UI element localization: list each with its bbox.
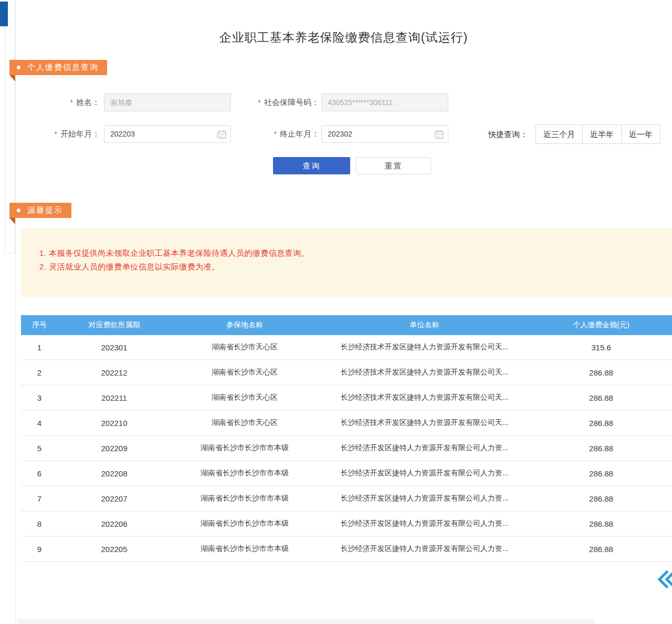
table-row: 8202206湖南省长沙市长沙市市本级长沙经济开发区捷特人力资源开发有限公司人力…	[21, 512, 672, 537]
table-cell: 202301	[58, 343, 171, 352]
table-cell: 7	[21, 494, 58, 503]
table-row: 1202301湖南省长沙市天心区长沙经济技术开发区捷特人力资源开发有限公司天..…	[21, 335, 672, 360]
table-cell: 286.88	[530, 519, 672, 528]
table-cell: 湖南省长沙市天心区	[171, 393, 319, 402]
table-cell: 9	[21, 545, 58, 554]
table-cell: 286.88	[530, 494, 672, 503]
table-cell: 长沙经济开发区捷特人力资源开发有限公司人力资...	[319, 544, 530, 554]
table-cell: 6	[21, 469, 58, 478]
table-cell: 202208	[58, 469, 171, 478]
table-header-cell: 个人缴费金额(元)	[530, 320, 672, 330]
reset-button[interactable]: 重置	[356, 157, 431, 174]
table-row: 9202205湖南省长沙市长沙市市本级长沙经济开发区捷特人力资源开发有限公司人力…	[21, 537, 672, 562]
name-label: *姓名：	[47, 93, 100, 111]
table-cell: 202206	[58, 519, 171, 528]
table-cell: 202209	[58, 444, 171, 453]
table-header-row: 序号对应费款所属期参保地名称单位名称个人缴费金额(元)	[21, 315, 672, 335]
table-row: 7202207湖南省长沙市长沙市市本级长沙经济开发区捷特人力资源开发有限公司人力…	[21, 486, 672, 512]
table-cell: 202207	[58, 494, 171, 503]
table-cell: 202210	[58, 419, 171, 428]
table-cell: 长沙经济技术开发区捷特人力资源开发有限公司天...	[319, 418, 530, 428]
table-cell: 长沙经济开发区捷特人力资源开发有限公司人力资...	[319, 469, 530, 478]
quick-btn-half-year[interactable]: 近半年	[582, 124, 622, 144]
table-header-cell: 单位名称	[319, 320, 530, 330]
table-cell: 长沙经济开发区捷特人力资源开发有限公司人力资...	[319, 443, 530, 453]
table-cell: 8	[21, 519, 58, 528]
table-header-cell: 序号	[21, 320, 58, 330]
bullet-icon	[17, 66, 20, 69]
required-asterisk: *	[70, 98, 73, 107]
table-cell: 长沙经济开发区捷特人力资源开发有限公司人力资...	[319, 519, 530, 528]
section-badge-tips: 温馨提示	[9, 203, 71, 218]
table-cell: 湖南省长沙市长沙市市本级	[171, 519, 319, 528]
bullet-icon	[17, 209, 20, 212]
table-cell: 1	[21, 343, 58, 352]
quick-btn-one-year[interactable]: 近一年	[621, 124, 660, 144]
table-cell: 202212	[58, 368, 171, 377]
start-date-label: *开始年月：	[41, 125, 100, 143]
start-date-field[interactable]: 202203	[104, 125, 231, 143]
tips-line-2: 2. 灵活就业人员的缴费单位信息以实际缴费为准。	[39, 262, 220, 272]
calendar-icon[interactable]	[435, 130, 444, 139]
ssn-field[interactable]: 430525******306111	[321, 93, 448, 111]
table-cell: 长沙经济技术开发区捷特人力资源开发有限公司天...	[319, 368, 530, 377]
section-badge-query: 个人缴费信息查询	[9, 60, 107, 75]
quick-query-label: 快捷查询：	[488, 125, 528, 144]
nav-corner-block	[0, 2, 8, 26]
end-date-label: *终止年月：	[260, 125, 319, 143]
ssn-label: *社会保障号码：	[243, 93, 319, 111]
table-cell: 湖南省长沙市天心区	[171, 342, 319, 352]
quick-btn-3-months[interactable]: 近三个月	[536, 124, 583, 144]
page-title: 企业职工基本养老保险缴费信息查询(试运行)	[15, 29, 672, 46]
section-badge-label: 温馨提示	[27, 205, 63, 215]
bottom-strip	[17, 619, 595, 624]
table-cell: 286.88	[530, 368, 672, 377]
table-cell: 长沙经济技术开发区捷特人力资源开发有限公司天...	[319, 342, 530, 352]
required-asterisk: *	[258, 98, 261, 107]
table-row: 3202211湖南省长沙市天心区长沙经济技术开发区捷特人力资源开发有限公司天..…	[21, 386, 672, 411]
table-cell: 315.6	[530, 343, 672, 352]
tips-line-1: 1. 本服务仅提供尚未领取企业职工基本养老保险待遇人员的缴费信息查询。	[39, 248, 309, 258]
section-badge-label: 个人缴费信息查询	[27, 63, 99, 72]
table-row: 6202208湖南省长沙市长沙市市本级长沙经济开发区捷特人力资源开发有限公司人力…	[21, 461, 672, 486]
required-asterisk: *	[274, 130, 277, 138]
tips-notice-box: 1. 本服务仅提供尚未领取企业职工基本养老保险待遇人员的缴费信息查询。 2. 灵…	[21, 228, 672, 297]
table-cell: 湖南省长沙市长沙市市本级	[171, 469, 319, 478]
query-button[interactable]: 查询	[273, 157, 350, 174]
required-asterisk: *	[55, 130, 57, 138]
table-cell: 286.88	[530, 393, 672, 402]
table-cell: 湖南省长沙市天心区	[171, 418, 319, 428]
double-left-chevron-icon[interactable]	[656, 569, 672, 590]
payment-table: 序号对应费款所属期参保地名称单位名称个人缴费金额(元) 1202301湖南省长沙…	[21, 315, 672, 562]
end-date-field[interactable]: 202302	[321, 125, 448, 143]
table-row: 2202212湖南省长沙市天心区长沙经济技术开发区捷特人力资源开发有限公司天..…	[21, 360, 672, 386]
table-cell: 湖南省长沙市长沙市市本级	[171, 544, 319, 554]
table-cell: 286.88	[530, 419, 672, 428]
table-cell: 202205	[58, 545, 171, 554]
quick-query-group: 近三个月 近半年 近一年	[536, 124, 660, 144]
table-cell: 湖南省长沙市长沙市市本级	[171, 494, 319, 503]
table-cell: 长沙经济技术开发区捷特人力资源开发有限公司天...	[319, 393, 530, 402]
table-cell: 286.88	[530, 469, 672, 478]
table-cell: 202211	[58, 393, 171, 402]
table-row: 5202209湖南省长沙市长沙市市本级长沙经济开发区捷特人力资源开发有限公司人力…	[21, 436, 672, 461]
name-field[interactable]: 谢旭泰	[104, 93, 231, 111]
table-body: 1202301湖南省长沙市天心区长沙经济技术开发区捷特人力资源开发有限公司天..…	[21, 335, 672, 562]
table-cell: 286.88	[530, 444, 672, 453]
table-cell: 286.88	[530, 545, 672, 554]
table-header-cell: 参保地名称	[171, 320, 319, 330]
table-cell: 3	[21, 393, 58, 402]
calendar-icon[interactable]	[217, 130, 226, 139]
table-header-cell: 对应费款所属期	[58, 320, 171, 330]
table-cell: 湖南省长沙市长沙市市本级	[171, 443, 319, 453]
table-cell: 5	[21, 444, 58, 453]
table-cell: 湖南省长沙市天心区	[171, 368, 319, 377]
table-cell: 2	[21, 368, 58, 377]
table-row: 4202210湖南省长沙市天心区长沙经济技术开发区捷特人力资源开发有限公司天..…	[21, 411, 672, 436]
table-cell: 长沙经济开发区捷特人力资源开发有限公司人力资...	[319, 494, 530, 503]
table-cell: 4	[21, 419, 58, 428]
